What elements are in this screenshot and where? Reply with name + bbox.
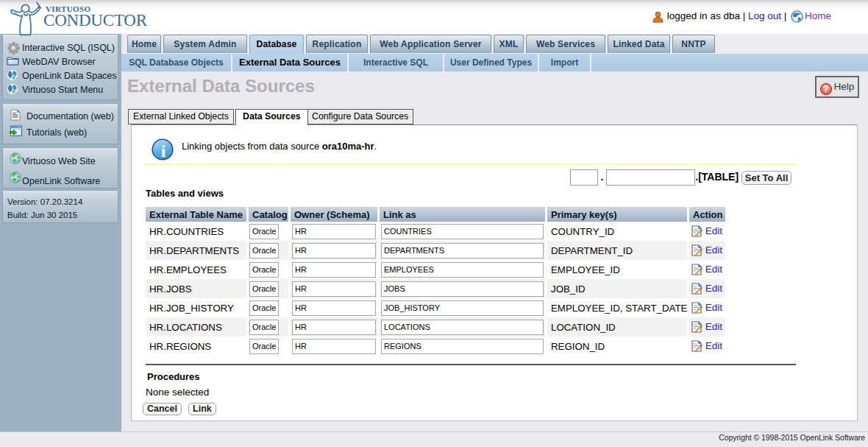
svg-text:i: i [161, 141, 166, 161]
